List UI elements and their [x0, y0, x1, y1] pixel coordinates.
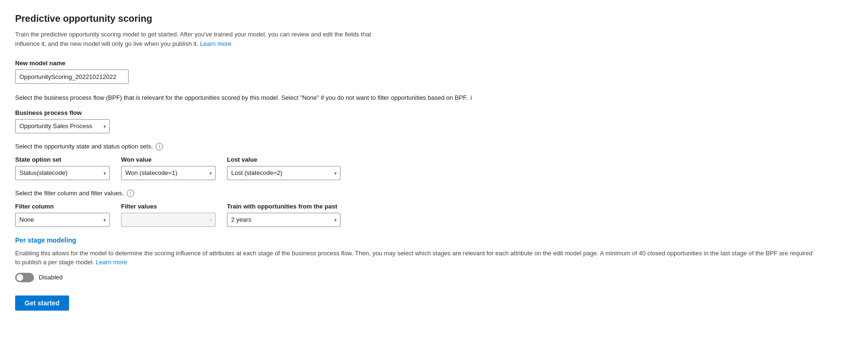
page-title: Predictive opportunity scoring — [15, 13, 853, 24]
model-name-section: New model name — [15, 60, 853, 84]
filter-col-select-wrapper: None ▾ — [15, 213, 110, 227]
per-stage-toggle[interactable] — [15, 273, 34, 282]
learn-more-link[interactable]: Learn more — [200, 40, 231, 47]
bpf-section: Business process flow Opportunity Sales … — [15, 109, 853, 133]
train-opportunities-group: Train with opportunities from the past 1… — [227, 203, 340, 227]
state-option-set-group: State option set Status(statecode) ▾ — [15, 156, 110, 180]
bpf-info-icon: i — [470, 93, 472, 103]
page-description: Train the predictive opportunity scoring… — [15, 30, 374, 48]
filter-column-select[interactable]: None — [15, 213, 110, 227]
bpf-select[interactable]: Opportunity Sales Process None — [15, 119, 110, 133]
page-container: Predictive opportunity scoring Train the… — [0, 0, 868, 324]
filter-val-select-wrapper: ▾ — [121, 213, 216, 227]
lost-select-wrapper: Lost (statecode=2) ▾ — [227, 166, 340, 180]
train-opportunities-label: Train with opportunities from the past — [227, 203, 340, 210]
train-select-wrapper: 1 year 2 years 3 years 4 years 5 years ▾ — [227, 213, 340, 227]
bpf-select-wrapper: Opportunity Sales Process None ▾ — [15, 119, 110, 133]
filter-heading: Select the filter column and filter valu… — [15, 190, 853, 197]
won-value-select[interactable]: Won (statecode=1) — [121, 166, 216, 180]
won-value-label: Won value — [121, 156, 216, 163]
bpf-note: Select the business process flow (BPF) t… — [15, 93, 488, 103]
filter-values-select[interactable] — [121, 213, 216, 227]
state-heading: Select the opportunity state and status … — [15, 143, 853, 150]
bpf-label: Business process flow — [15, 109, 853, 116]
won-select-wrapper: Won (statecode=1) ▾ — [121, 166, 216, 180]
train-opportunities-select[interactable]: 1 year 2 years 3 years 4 years 5 years — [227, 213, 340, 227]
per-stage-learn-more-link[interactable]: Learn more — [96, 259, 127, 266]
lost-value-label: Lost value — [227, 156, 340, 163]
state-section: Select the opportunity state and status … — [15, 143, 853, 180]
won-value-group: Won value Won (statecode=1) ▾ — [121, 156, 216, 180]
state-info-icon: i — [156, 143, 163, 150]
toggle-thumb — [17, 274, 23, 281]
filter-column-group: Filter column None ▾ — [15, 203, 110, 227]
filter-row: Filter column None ▾ Filter values ▾ — [15, 203, 853, 227]
get-started-button[interactable]: Get started — [15, 295, 69, 311]
lost-value-select[interactable]: Lost (statecode=2) — [227, 166, 340, 180]
state-row: State option set Status(statecode) ▾ Won… — [15, 156, 853, 180]
state-select-wrapper: Status(statecode) ▾ — [15, 166, 110, 180]
model-name-input[interactable] — [15, 69, 129, 84]
state-option-set-label: State option set — [15, 156, 110, 163]
filter-info-icon: i — [127, 190, 134, 197]
per-stage-section: Per stage modeling Enabling this allows … — [15, 236, 853, 282]
filter-column-label: Filter column — [15, 203, 110, 210]
filter-section: Select the filter column and filter valu… — [15, 190, 853, 227]
state-option-set-select[interactable]: Status(statecode) — [15, 166, 110, 180]
toggle-track — [15, 273, 34, 282]
per-stage-description: Enabling this allows for the model to de… — [15, 249, 819, 267]
lost-value-group: Lost value Lost (statecode=2) ▾ — [227, 156, 340, 180]
filter-values-label: Filter values — [121, 203, 216, 210]
toggle-row: Disabled — [15, 273, 853, 282]
per-stage-heading: Per stage modeling — [15, 236, 853, 244]
toggle-label: Disabled — [39, 274, 63, 281]
model-name-label: New model name — [15, 60, 853, 67]
filter-values-group: Filter values ▾ — [121, 203, 216, 227]
